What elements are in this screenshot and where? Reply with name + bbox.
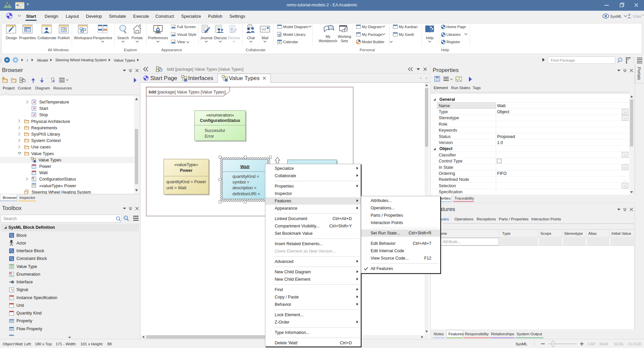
svg-text:E: E bbox=[10, 272, 11, 274]
svg-text:Collaborate: Collaborate bbox=[38, 36, 56, 40]
svg-text:Quantity Kind: Quantity Kind bbox=[16, 311, 42, 316]
svg-text:All Windows: All Windows bbox=[48, 48, 69, 52]
svg-text:Proposed: Proposed bbox=[497, 134, 515, 139]
svg-text:Review: Review bbox=[228, 36, 240, 40]
svg-text:Flow Property: Flow Property bbox=[16, 327, 43, 331]
svg-text:Keywords: Keywords bbox=[439, 128, 457, 133]
svg-text:Design: Design bbox=[6, 36, 17, 40]
svg-text:Use cases: Use cases bbox=[31, 145, 51, 149]
svg-text:Model Diagram: Model Diagram bbox=[283, 25, 308, 29]
svg-text:Search: Search bbox=[117, 36, 129, 40]
svg-text:«enumeration»: «enumeration» bbox=[206, 113, 234, 118]
svg-text:Help: Help bbox=[426, 36, 434, 40]
svg-text:Element: Element bbox=[434, 86, 448, 90]
svg-text:ConfigurationStatus: ConfigurationStatus bbox=[39, 177, 76, 182]
svg-text:Signal: Signal bbox=[16, 287, 28, 292]
svg-text:Constraint Block: Constraint Block bbox=[16, 256, 47, 261]
svg-text:Resources: Resources bbox=[53, 86, 72, 90]
svg-text:Publish: Publish bbox=[58, 36, 70, 40]
svg-text:Interaction Points: Interaction Points bbox=[531, 217, 561, 221]
svg-text:Personal: Personal bbox=[360, 48, 375, 52]
svg-text:Instance Specification: Instance Specification bbox=[16, 295, 57, 300]
svg-text:...: ... bbox=[624, 153, 627, 156]
svg-text:Receptions: Receptions bbox=[477, 217, 496, 221]
svg-text:Ordering: Ordering bbox=[439, 171, 455, 176]
svg-text:Steering Wheel Heating System: Steering Wheel Heating System bbox=[55, 58, 107, 62]
svg-text:Properties: Properties bbox=[19, 36, 36, 40]
svg-text:Tags: Tags bbox=[473, 86, 481, 90]
svg-text:...: ... bbox=[624, 110, 627, 113]
svg-text:Start Page: Start Page bbox=[150, 75, 177, 81]
svg-text:Home Page: Home Page bbox=[446, 25, 466, 29]
svg-text:Name: Name bbox=[439, 103, 450, 108]
svg-text:ConfigurationStatus: ConfigurationStatus bbox=[200, 118, 240, 123]
svg-text:1.0: 1.0 bbox=[497, 140, 503, 145]
svg-text:System Context: System Context bbox=[31, 138, 61, 143]
svg-text:quantityKind =: quantityKind = bbox=[232, 174, 259, 179]
svg-text:Model Library: Model Library bbox=[283, 32, 306, 37]
svg-text:Watt: Watt bbox=[39, 170, 48, 175]
svg-text:Block: Block bbox=[16, 233, 27, 238]
svg-text:Explore: Explore bbox=[124, 48, 137, 52]
svg-text:Portals: Portals bbox=[131, 36, 143, 40]
svg-text:Model Builder: Model Builder bbox=[362, 40, 385, 44]
svg-text:Model: Model bbox=[37, 58, 48, 63]
svg-text:My: My bbox=[326, 34, 331, 39]
svg-text:Watt: Watt bbox=[240, 164, 250, 169]
svg-text:Start: Start bbox=[39, 106, 48, 111]
svg-text:Enumeration: Enumeration bbox=[16, 272, 40, 277]
svg-text:Error: Error bbox=[205, 134, 214, 139]
svg-text:Operations: Operations bbox=[454, 217, 474, 221]
svg-text:Working: Working bbox=[338, 34, 351, 39]
svg-text:Diagram: Diagram bbox=[35, 86, 50, 90]
svg-text:symbol =: symbol = bbox=[232, 180, 249, 185]
svg-text:User: User bbox=[633, 14, 641, 19]
svg-text:Interface: Interface bbox=[16, 280, 33, 284]
svg-text:Preferences: Preferences bbox=[148, 36, 168, 40]
svg-text:Watt: Watt bbox=[497, 103, 506, 108]
svg-text:Control Type: Control Type bbox=[439, 159, 463, 163]
svg-text:Chat: Chat bbox=[247, 36, 255, 40]
svg-text:In State: In State bbox=[439, 165, 453, 170]
svg-text:Mail: Mail bbox=[262, 36, 268, 40]
svg-text:«valueType»: «valueType» bbox=[174, 162, 198, 167]
svg-text:My Diagram: My Diagram bbox=[362, 25, 382, 29]
svg-text:Stop: Stop bbox=[39, 113, 48, 117]
svg-text:Actor: Actor bbox=[16, 241, 26, 246]
svg-text:Power: Power bbox=[39, 164, 51, 169]
svg-text:quantityKind = Power: quantityKind = Power bbox=[166, 180, 206, 184]
svg-text:My Package: My Package bbox=[362, 32, 382, 37]
svg-text:...: ... bbox=[624, 116, 627, 120]
svg-text:Run States: Run States bbox=[451, 86, 470, 90]
svg-text:Value Types: Value Types bbox=[39, 158, 61, 162]
svg-text:Version: Version bbox=[439, 140, 453, 145]
svg-text:My Gantt: My Gantt bbox=[399, 32, 414, 37]
svg-text:Value Type: Value Type bbox=[16, 264, 37, 269]
svg-text:Sets: Sets bbox=[341, 39, 348, 43]
svg-text:Workspace: Workspace bbox=[74, 36, 93, 40]
svg-text:...: ... bbox=[624, 165, 627, 169]
svg-text:SysPhS Library: SysPhS Library bbox=[31, 132, 60, 137]
svg-text:Power: Power bbox=[180, 168, 193, 173]
svg-text:Unit: Unit bbox=[16, 303, 24, 308]
svg-text:Physical Architecture: Physical Architecture bbox=[31, 119, 70, 124]
svg-text:Requirements: Requirements bbox=[31, 126, 57, 130]
svg-text:Object: Object bbox=[439, 146, 453, 151]
svg-text:Project: Project bbox=[3, 86, 15, 90]
svg-text:Find Package: Find Package bbox=[551, 58, 575, 63]
svg-text:Value Types: Value Types bbox=[114, 58, 135, 63]
svg-text:My Kanban: My Kanban bbox=[399, 25, 418, 29]
svg-text:Libraries: Libraries bbox=[446, 32, 461, 37]
svg-text:«valueType» Power: «valueType» Power bbox=[39, 184, 76, 188]
svg-text:Property: Property bbox=[16, 319, 33, 323]
svg-text:Register: Register bbox=[446, 40, 460, 44]
svg-text:Type: Type bbox=[439, 110, 448, 114]
svg-text:...: ... bbox=[623, 178, 627, 182]
svg-text:Full Screen: Full Screen bbox=[177, 25, 196, 29]
svg-text:Help: Help bbox=[441, 48, 449, 52]
svg-text:Parts / Properties: Parts / Properties bbox=[499, 217, 529, 221]
svg-text:Classifier: Classifier bbox=[439, 153, 456, 157]
svg-text:SysML: SysML bbox=[610, 14, 622, 18]
svg-text:Successful: Successful bbox=[205, 128, 225, 133]
svg-text:Interfaces: Interfaces bbox=[188, 75, 213, 81]
